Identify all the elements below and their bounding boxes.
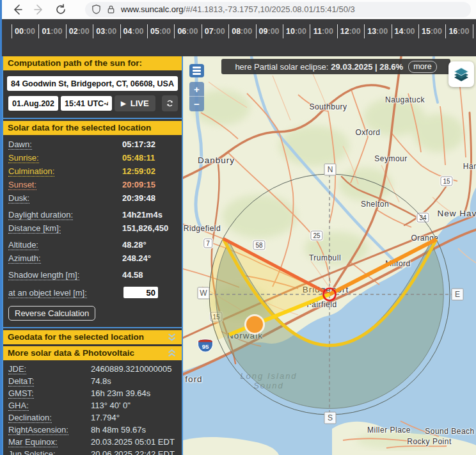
daylight-value: 14h21m4s — [122, 208, 163, 221]
hour-tick — [228, 24, 229, 38]
hour-label: 12:00 — [340, 27, 361, 36]
gmst-label[interactable]: GMST: — [8, 388, 34, 399]
geodata-header[interactable]: Geodata for the selected location — [3, 330, 182, 344]
eclipse-banner: here Partial solar eclipse: 29.03.2025 |… — [221, 59, 450, 74]
map-place-label: Southbury — [309, 102, 347, 111]
row-object-level: at an object level [m]: — [3, 285, 182, 301]
map-place-label: Hamden — [463, 162, 476, 171]
object-level-label[interactable]: at an object level [m]: — [8, 288, 87, 298]
more-solar-header[interactable]: More solar data & Photovoltaic — [3, 346, 182, 360]
row-rightascension: RightAscension:8h 48m 59.67s — [3, 424, 182, 436]
hour-label: 01:00 — [42, 27, 62, 36]
compass-west: W — [198, 287, 210, 299]
time-slider-bar[interactable]: 00:0001:0002:0003:0004:0005:0006:0007:00… — [2, 19, 476, 56]
url-bar[interactable]: www.suncalc.org/#/41.1813,-73.1757,10/20… — [85, 2, 471, 17]
hour-label: 07:00 — [205, 27, 225, 36]
distance-label[interactable]: Distance [km]: — [8, 223, 61, 234]
reload-icon[interactable] — [54, 3, 67, 16]
dusk-label[interactable]: Dusk: — [8, 193, 29, 204]
map-place-label: Sound Beach — [425, 427, 475, 436]
map-menu-button[interactable] — [189, 64, 204, 77]
map-place-label: Naugatuck — [385, 95, 425, 104]
route-shield: 34 — [416, 213, 429, 223]
time-input[interactable] — [61, 96, 112, 111]
zoom-in-button[interactable]: + — [189, 82, 204, 97]
chevron-double-down-icon — [167, 332, 177, 342]
row-altitude: Altitude:48.28° — [3, 238, 182, 251]
declination-label[interactable]: Declination: — [8, 413, 52, 423]
shadow-label[interactable]: Shadow length [m]: — [8, 270, 79, 280]
mar-equinox-label[interactable]: Mar Equinox: — [8, 437, 58, 447]
hour-tick — [392, 24, 392, 38]
map-place-label: Norwalk — [227, 331, 263, 340]
daylight-label[interactable]: Daylight duration: — [8, 210, 73, 220]
hour-tick — [12, 24, 12, 38]
sunset-label[interactable]: Sunset: — [8, 180, 36, 190]
rightascension-label[interactable]: RightAscension: — [8, 425, 68, 435]
shield-icon[interactable] — [91, 4, 101, 14]
row-azimuth: Azimuth:248.24° — [3, 251, 182, 265]
computation-header: Computation path of the sun for: — [3, 56, 182, 70]
azimuth-label[interactable]: Azimuth: — [8, 253, 41, 264]
browser-bar: www.suncalc.org/#/41.1813,-73.1757,10/20… — [2, 0, 476, 19]
compass-east: E — [452, 289, 464, 301]
compass-south: S — [324, 412, 337, 424]
altitude-label[interactable]: Altitude: — [8, 240, 38, 250]
row-culmination: Culmination:12:59:02 — [3, 164, 182, 178]
hour-tick — [202, 24, 202, 38]
route-shield: 7 — [203, 239, 212, 248]
map-canvas[interactable]: SouthburyNaugatuckOxfordDanburySeymourHa… — [183, 56, 476, 455]
row-declination: Declination:17.794° — [3, 411, 182, 424]
sunrise-value: 05:48:11 — [122, 151, 155, 164]
jun-solstice-label[interactable]: Jun Solstice: — [8, 449, 56, 455]
deltat-label[interactable]: DeltaT: — [8, 376, 34, 387]
layers-icon — [452, 65, 470, 83]
map-place-label: Ridgefield — [184, 224, 221, 233]
date-input[interactable] — [8, 96, 58, 111]
dawn-label[interactable]: Dawn: — [8, 140, 32, 150]
back-icon[interactable] — [11, 3, 24, 16]
route-shield: 25 — [310, 231, 322, 241]
row-sunrise: Sunrise:05:48:11 — [3, 151, 182, 164]
map-zoom-control: + − — [189, 82, 204, 111]
hour-tick — [38, 24, 39, 38]
culmination-label[interactable]: Culmination: — [8, 166, 54, 177]
live-button[interactable]: ▶LIVE — [115, 95, 155, 111]
forward-icon[interactable] — [33, 3, 45, 16]
deltat-value: 74.8s — [91, 375, 111, 387]
hour-label: 10:00 — [286, 27, 306, 36]
map-layers-control[interactable] — [448, 61, 474, 87]
address-input[interactable] — [7, 76, 178, 91]
map-water-label: Sound — [253, 381, 284, 390]
reverse-calculation-button[interactable]: Reverse Calculation — [8, 306, 95, 321]
interstate-95-shield: 95 — [198, 339, 213, 353]
refresh-button[interactable] — [162, 95, 178, 111]
more-solar-section: JDE:2460889.3210000005 DeltaT:74.8s GMST… — [3, 360, 182, 455]
route-shield: 15 — [210, 312, 222, 322]
azimuth-value: 248.24° — [122, 251, 151, 265]
map-water-label: Long Island — [240, 371, 297, 381]
row-gmst: GMST:16h 23m 39.64s — [3, 387, 182, 399]
jde-label[interactable]: JDE: — [8, 364, 26, 374]
row-jde: JDE:2460889.3210000005 — [3, 363, 182, 375]
zoom-out-button[interactable]: − — [189, 97, 204, 111]
row-deltat: DeltaT:74.8s — [3, 375, 182, 387]
route-shield: 58 — [253, 241, 265, 250]
sunrise-label[interactable]: Sunrise: — [8, 153, 39, 163]
eclipse-more-button[interactable]: more — [408, 61, 436, 73]
solar-data-header: Solar data for the selected location — [3, 121, 182, 135]
lock-icon[interactable] — [106, 4, 116, 14]
map-place-label: Trumbull — [309, 253, 341, 262]
object-level-input[interactable] — [123, 287, 158, 298]
mar-equinox-value: 20.03.2025 05:01 EDT — [91, 436, 175, 448]
hamburger-icon — [193, 67, 201, 68]
hour-tick — [473, 24, 473, 38]
row-dusk: Dusk:20:39:48 — [3, 191, 182, 205]
map-place-label: Oxford — [355, 128, 380, 137]
gha-label[interactable]: GHA: — [8, 401, 29, 411]
hour-label: 15:00 — [422, 27, 442, 36]
gmst-value: 16h 23m 39.64s — [91, 387, 150, 399]
hour-label: 05:00 — [150, 27, 171, 36]
hour-label: 16:00 — [448, 27, 469, 36]
hour-tick — [66, 24, 67, 38]
